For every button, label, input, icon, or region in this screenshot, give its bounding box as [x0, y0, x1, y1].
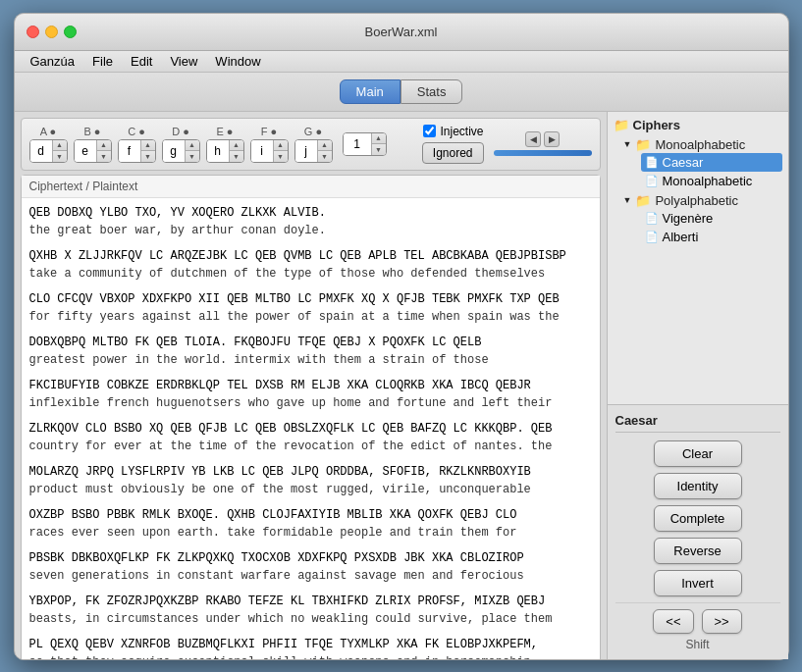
tree-item-monoalphabetic[interactable]: 📄 Monoalphabetic: [641, 172, 782, 190]
col-f-input[interactable]: [251, 140, 273, 162]
shift-number-input[interactable]: [344, 133, 371, 155]
ignored-button[interactable]: Ignored: [422, 142, 484, 164]
plain-line: product must obviously be one of the mos…: [29, 481, 592, 498]
cipher-line: FKCIBUFYIB COBKZE ERDRBKLQP TEL DXSB RM …: [29, 377, 592, 394]
text-block: ZLRKQOV CLO BSBO XQ QEB QFJB LC QEB OBSL…: [29, 420, 592, 455]
col-e-up[interactable]: ▲: [230, 140, 243, 151]
column-a-spinbox: A ● ▲ ▼: [29, 126, 68, 163]
col-e-input[interactable]: [207, 140, 229, 162]
menu-ganzua[interactable]: Ganzúa: [23, 52, 83, 71]
identity-button[interactable]: Identity: [654, 473, 742, 499]
toolbar: Main Stats: [15, 73, 788, 112]
cipher-line: QXHB X ZLJJRKFQV LC ARQZEJBK LC QEB QVMB…: [29, 247, 592, 265]
col-d-up[interactable]: ▲: [186, 140, 199, 151]
col-b-label: B ●: [83, 126, 100, 137]
scroll-right-button[interactable]: ▶: [544, 131, 560, 147]
file-icon-vigenere: 📄: [645, 212, 659, 225]
plain-line: greatest power in the world. intermix wi…: [29, 351, 592, 369]
col-a-down[interactable]: ▼: [53, 151, 67, 162]
text-block: DOBXQBPQ MLTBO FK QEB TLOIA. FKQBOJFU TF…: [29, 334, 592, 369]
text-block: QXHB X ZLJJRKFQV LC ARQZEJBK LC QEB QVMB…: [29, 247, 592, 283]
text-content[interactable]: QEB DOBXQ YLBO TXO, YV XOQERO ZLKXK ALVI…: [22, 198, 600, 659]
plain-line: country for ever at the time of the revo…: [29, 438, 592, 455]
col-f-up[interactable]: ▲: [274, 140, 288, 151]
col-f-down[interactable]: ▼: [274, 151, 288, 162]
injective-checkbox[interactable]: [423, 125, 436, 137]
col-g-label: G ●: [304, 126, 322, 137]
menu-view[interactable]: View: [162, 52, 205, 71]
left-panel: A ● ▲ ▼ B ● ▲ ▼: [15, 112, 607, 659]
tree-folder-mono-label[interactable]: ▼ 📁 Monoalphabetic: [621, 136, 782, 153]
cipher-controls: A ● ▲ ▼ B ● ▲ ▼: [21, 118, 601, 171]
menu-edit[interactable]: Edit: [123, 52, 160, 71]
plain-line: inflexible french huguenotsers who gave …: [29, 394, 592, 412]
col-c-input[interactable]: [119, 140, 140, 162]
file-icon-caesar: 📄: [645, 156, 659, 169]
col-b-down[interactable]: ▼: [97, 151, 111, 162]
caesar-buttons: Clear Identity Complete Reverse Invert: [615, 440, 780, 596]
col-b-up[interactable]: ▲: [97, 140, 111, 151]
cipher-line: QEB DOBXQ YLBO TXO, YV XOQERO ZLKXK ALVI…: [29, 204, 592, 222]
scroll-left-button[interactable]: ◀: [525, 131, 541, 147]
column-c-spinbox: C ● ▲ ▼: [118, 126, 156, 163]
tab-main[interactable]: Main: [340, 79, 401, 104]
col-f-label: F ●: [261, 126, 277, 137]
file-icon-alberti: 📄: [645, 231, 659, 243]
menu-file[interactable]: File: [84, 52, 121, 71]
traffic-lights: [27, 26, 77, 38]
text-block: OXZBP BSBO PBBK RMLK BXOQE. QXHB CLOJFAX…: [29, 506, 592, 542]
col-g-input[interactable]: [295, 140, 317, 162]
caesar-panel: Caesar Clear Identity Complete Reverse I…: [608, 404, 788, 659]
col-g-up[interactable]: ▲: [318, 140, 332, 151]
tree-root-label: 📁 Ciphers: [614, 118, 782, 132]
col-a-input[interactable]: [30, 140, 52, 162]
triangle-down-icon-poly: ▼: [623, 195, 632, 205]
col-c-down[interactable]: ▼: [141, 151, 155, 162]
text-block: PL QEXQ QEBV XZNRFOB BUZBMQFLKXI PHFII T…: [29, 636, 592, 659]
tree-folder-poly-label[interactable]: ▼ 📁 Polyalphabetic: [621, 192, 782, 209]
maximize-button[interactable]: [64, 26, 77, 38]
tab-stats[interactable]: Stats: [401, 79, 463, 104]
reverse-button[interactable]: Reverse: [654, 538, 742, 564]
right-panel: 📁 Ciphers ▼ 📁 Monoalphabetic 📄 Caesar: [607, 112, 788, 659]
invert-button[interactable]: Invert: [654, 570, 742, 596]
menu-window[interactable]: Window: [207, 52, 268, 71]
file-icon-mono: 📄: [645, 175, 659, 187]
shift-next-button[interactable]: >>: [702, 609, 742, 634]
window-title: BoerWar.xml: [365, 25, 438, 39]
cipher-line: MOLARZQ JRPQ LYSFLRPIV YB LKB LC QEB JLP…: [29, 463, 592, 481]
tree-folder-mono: ▼ 📁 Monoalphabetic 📄 Caesar 📄 Monoalphab…: [621, 136, 782, 190]
shift-up[interactable]: ▲: [372, 133, 386, 144]
shift-down[interactable]: ▼: [372, 144, 386, 155]
caesar-panel-title: Caesar: [615, 413, 780, 433]
plain-line: take a community of dutchmen of the type…: [29, 265, 592, 283]
col-c-up[interactable]: ▲: [141, 140, 155, 151]
shift-prev-button[interactable]: <<: [653, 609, 693, 634]
tree-item-alberti[interactable]: 📄 Alberti: [641, 228, 782, 246]
complete-button[interactable]: Complete: [654, 505, 742, 532]
col-d-input[interactable]: [163, 140, 185, 162]
tree-item-vigenere[interactable]: 📄 Vigenère: [641, 209, 782, 228]
text-panel-header: Ciphertext / Plaintext: [22, 176, 600, 198]
col-b-input[interactable]: [75, 140, 96, 162]
text-block: QEB DOBXQ YLBO TXO, YV XOQERO ZLKXK ALVI…: [29, 204, 592, 239]
text-block: CLO CFCQV VBXOP XDXFKPO XII QEB MLTBO LC…: [29, 290, 592, 326]
text-block: PBSBK DBKBOXQFLKP FK ZLKPQXKQ TXOCXOB XD…: [29, 549, 592, 585]
column-d-spinbox: D ● ▲ ▼: [162, 126, 200, 163]
tree-item-caesar[interactable]: 📄 Caesar: [641, 153, 782, 172]
col-g-down[interactable]: ▼: [318, 151, 332, 162]
plain-line: seven generations in constant warfare ag…: [29, 567, 592, 585]
minimize-button[interactable]: [45, 26, 58, 38]
cipher-line: PL QEXQ QEBV XZNRFOB BUZBMQFLKXI PHFII T…: [29, 636, 592, 653]
cipher-line: DOBXQBPQ MLTBO FK QEB TLOIA. FKQBOJFU TF…: [29, 334, 592, 351]
col-e-down[interactable]: ▼: [230, 151, 243, 162]
col-d-label: D ●: [172, 126, 189, 137]
col-a-up[interactable]: ▲: [53, 140, 67, 151]
cipher-line: PBSBK DBKBOXQFLKP FK ZLKPQXKQ TXOCXOB XD…: [29, 549, 592, 567]
col-c-label: C ●: [128, 126, 145, 137]
clear-button[interactable]: Clear: [654, 440, 742, 467]
injective-label: Injective: [440, 125, 483, 138]
close-button[interactable]: [27, 26, 39, 38]
text-block: MOLARZQ JRPQ LYSFLRPIV YB LKB LC QEB JLP…: [29, 463, 592, 498]
col-d-down[interactable]: ▼: [186, 151, 199, 162]
